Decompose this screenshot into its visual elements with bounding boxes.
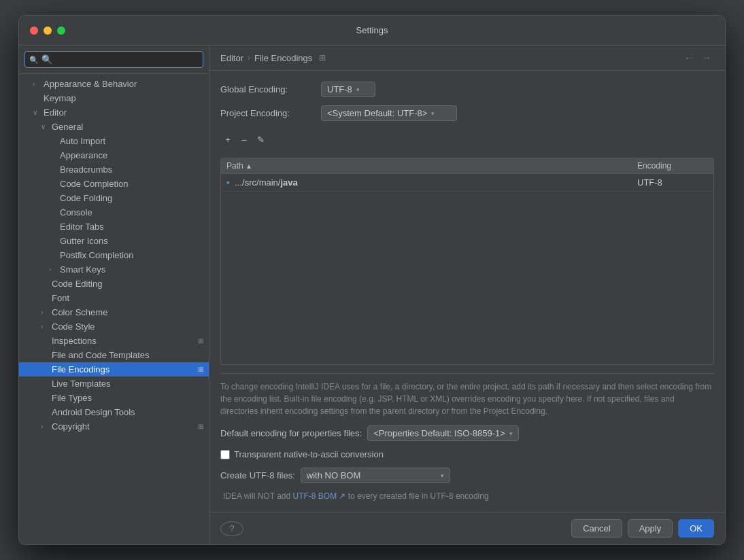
remove-encoding-button[interactable]: – [237,132,252,147]
path-separator: /src/main/ [242,177,280,188]
maximize-button[interactable] [57,27,65,35]
utf8-bom-link[interactable]: UTF-8 BOM ↗ [293,491,346,501]
help-button[interactable]: ? [220,521,243,536]
sidebar-item-file-encodings[interactable]: File Encodings ⊞ [19,362,209,377]
settings-window: Settings 🔍 › Appearance & Behavior Keyma… [18,15,726,545]
sidebar-item-postfix-completion[interactable]: Postfix Completion [19,248,209,262]
sidebar-item-code-completion[interactable]: Code Completion [19,177,209,191]
sidebar-item-code-folding[interactable]: Code Folding [19,191,209,205]
sidebar-item-editor-tabs[interactable]: Editor Tabs [19,220,209,234]
sidebar-item-editor[interactable]: ∨ Editor [19,105,209,120]
project-encoding-label: Project Encoding: [220,108,316,118]
sidebar-item-label: File Types [52,393,92,403]
sidebar-item-label: Breadcrumbs [60,164,112,175]
table-header: Path ▲ Encoding [221,158,713,174]
dropdown-arrow-icon: ▾ [356,86,360,93]
sidebar-item-code-style[interactable]: › Code Style [19,319,209,334]
sidebar-item-file-types[interactable]: File Types [19,391,209,405]
sidebar-item-file-code-templates[interactable]: File and Code Templates [19,348,209,362]
path-cell: ▪ .../src/main/java [221,174,632,191]
encoding-table: Path ▲ Encoding ▪ .../src/main/java [220,158,714,365]
add-encoding-button[interactable]: + [220,132,235,147]
path-bold-part: java [280,177,297,188]
transparent-conversion-label: Transparent native-to-ascii conversion [234,449,384,459]
sidebar-item-label: File Encodings [52,364,109,374]
sort-arrow-icon: ▲ [246,162,252,170]
sidebar-item-label: File and Code Templates [52,350,150,360]
sidebar-item-label: Code Completion [60,179,128,189]
sidebar-item-label: Color Scheme [52,307,107,317]
sidebar-item-label: Inspections [52,336,97,346]
dropdown-arrow-icon: ▾ [431,110,435,117]
transparent-conversion-row: Transparent native-to-ascii conversion [220,449,714,459]
footer: ? Cancel Apply OK [209,512,725,544]
sidebar-item-general[interactable]: ∨ General [19,120,209,134]
add-icon: + [225,135,231,145]
cancel-button[interactable]: Cancel [571,519,622,538]
edit-encoding-button[interactable]: ✎ [253,132,268,147]
sidebar-item-label: General [52,122,83,132]
breadcrumb-current: File Encodings [254,53,312,63]
sidebar-item-label: Font [52,293,69,303]
search-container: 🔍 [24,51,203,68]
sidebar-item-keymap[interactable]: Keymap [19,91,209,105]
properties-encoding-dropdown[interactable]: <Properties Default: ISO-8859-1> ▾ [367,425,519,441]
info-text: To change encoding IntelliJ IDEA uses fo… [220,373,714,417]
utf8-note-prefix: IDEA will NOT add [223,491,290,501]
sidebar-item-label: Copyright [52,421,90,432]
minimize-button[interactable] [44,27,52,35]
sidebar-item-code-editing[interactable]: Code Editing [19,277,209,291]
sidebar-item-breadcrumbs[interactable]: Breadcrumbs [19,162,209,177]
sidebar-item-label: Code Folding [60,193,112,203]
sidebar-item-label: Code Style [52,321,95,332]
sidebar-item-android-design-tools[interactable]: Android Design Tools [19,405,209,419]
sidebar-item-console[interactable]: Console [19,205,209,220]
ok-button[interactable]: OK [678,519,714,538]
sidebar-item-color-scheme[interactable]: › Color Scheme [19,305,209,319]
window-title: Settings [356,25,388,35]
sidebar-item-font[interactable]: Font [19,291,209,305]
path-column-header[interactable]: Path ▲ [221,158,632,173]
right-panel: Editor › File Encodings ⊞ ← → Global Enc… [209,46,725,544]
nav-back-button[interactable]: ← [681,51,696,65]
utf8-note-suffix: to every created file in UTF-8 encoding [348,491,489,501]
table-row[interactable]: ▪ .../src/main/java UTF-8 [221,174,713,192]
project-encoding-dropdown[interactable]: <System Default: UTF-8> ▾ [321,105,457,121]
sidebar-item-label: Gutter Icons [60,236,108,246]
collapse-arrow: › [49,266,57,273]
transparent-conversion-checkbox[interactable] [220,450,230,459]
sidebar-item-live-templates[interactable]: Live Templates [19,377,209,391]
collapse-arrow: ∨ [41,123,49,130]
sidebar-item-label: Code Editing [52,279,102,289]
sidebar-item-label: Console [60,207,92,217]
nav-forward-button[interactable]: → [699,51,714,65]
sidebar-item-label: Live Templates [52,379,110,389]
search-icon: 🔍 [29,55,39,64]
traffic-lights [30,27,65,35]
close-button[interactable] [30,27,38,35]
path-header-label: Path [226,161,243,171]
global-encoding-row: Global Encoding: UTF-8 ▾ [220,82,714,97]
remove-icon: – [241,135,246,145]
encoding-header-label: Encoding [637,161,671,171]
collapse-arrow: ∨ [33,109,41,116]
sidebar-item-auto-import[interactable]: Auto Import [19,134,209,148]
sidebar-item-smart-keys[interactable]: › Smart Keys [19,262,209,277]
sidebar-item-copyright[interactable]: › Copyright ⊞ [19,419,209,434]
sidebar-item-appearance[interactable]: Appearance [19,148,209,162]
sidebar-item-appearance-behavior[interactable]: › Appearance & Behavior [19,77,209,91]
breadcrumb-parent[interactable]: Editor [220,53,243,63]
sidebar-item-gutter-icons[interactable]: Gutter Icons [19,234,209,248]
path-prefix: ... [235,177,242,188]
apply-button[interactable]: Apply [628,519,673,538]
global-encoding-dropdown[interactable]: UTF-8 ▾ [321,82,375,97]
encoding-column-header[interactable]: Encoding [632,158,713,173]
utf8-value: with NO BOM [307,470,360,480]
utf8-dropdown[interactable]: with NO BOM ▾ [301,468,450,483]
sidebar-item-label: Android Design Tools [52,407,135,417]
search-input[interactable] [24,51,203,68]
sidebar-item-inspections[interactable]: Inspections ⊞ [19,334,209,348]
folder-icon: ▪ [226,177,230,188]
pin-icon: ⊞ [198,366,203,373]
sidebar-item-label: Appearance & Behavior [44,79,137,89]
